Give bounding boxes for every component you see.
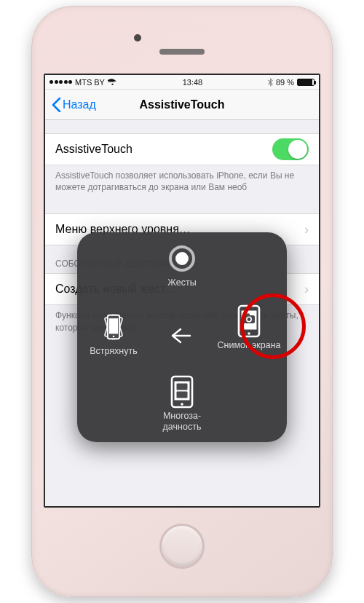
shake-icon	[98, 311, 130, 343]
at-item-gestures[interactable]: Жесты	[146, 243, 218, 288]
svg-rect-7	[109, 318, 118, 334]
device-frame: MTS BY 13:48 89 % Назад AssistiveTouch	[31, 6, 333, 597]
page-title: AssistiveTouch	[139, 98, 224, 111]
wifi-icon	[108, 79, 117, 86]
assistivetouch-toggle-row[interactable]: AssistiveTouch	[45, 133, 319, 165]
svg-point-8	[113, 336, 115, 338]
at-label: Жесты	[167, 277, 196, 288]
carrier-label: MTS BY	[75, 78, 105, 87]
device-camera	[134, 34, 141, 42]
chevron-right-icon: ›	[304, 283, 309, 296]
at-label: Встряхнуть	[90, 346, 138, 356]
bluetooth-icon	[268, 78, 273, 87]
toggle-switch[interactable]	[272, 138, 309, 160]
assistivetouch-panel: Жесты	[77, 232, 287, 442]
device-speaker	[159, 49, 205, 55]
device-top	[44, 18, 320, 74]
svg-rect-18	[177, 384, 188, 390]
clock-label: 13:48	[183, 78, 203, 87]
back-label: Назад	[63, 98, 96, 111]
battery-icon	[297, 79, 314, 86]
svg-point-17	[181, 403, 183, 406]
chevron-right-icon: ›	[304, 223, 309, 236]
screenshot-icon	[233, 305, 265, 337]
at-item-screenshot[interactable]: Снимок экрана	[213, 305, 285, 350]
signal-icon	[50, 80, 72, 84]
back-button[interactable]: Назад	[48, 90, 99, 119]
at-label: Многоза- дачность	[163, 411, 202, 432]
at-item-multitask[interactable]: Многоза- дачность	[146, 376, 218, 432]
chevron-left-icon	[51, 98, 61, 112]
svg-rect-13	[245, 314, 250, 317]
arrow-left-icon	[165, 320, 197, 352]
battery-pct-label: 89 %	[276, 78, 294, 87]
home-button[interactable]	[159, 524, 205, 569]
at-label: Снимок экрана	[217, 340, 280, 350]
device-bottom	[44, 508, 320, 585]
multitask-icon	[166, 376, 198, 408]
toggle-label: AssistiveTouch	[55, 143, 132, 156]
svg-point-11	[248, 332, 250, 335]
nav-bar: Назад AssistiveTouch	[45, 90, 319, 120]
gestures-icon	[166, 243, 198, 275]
status-bar: MTS BY 13:48 89 %	[45, 75, 319, 90]
at-item-back[interactable]	[163, 320, 199, 352]
at-item-shake[interactable]: Встряхнуть	[77, 311, 150, 356]
svg-rect-19	[177, 392, 188, 398]
toggle-footer: AssistiveTouch позволяет использовать iP…	[45, 165, 319, 193]
screen: MTS BY 13:48 89 % Назад AssistiveTouch	[44, 74, 320, 508]
svg-point-1	[175, 252, 189, 265]
